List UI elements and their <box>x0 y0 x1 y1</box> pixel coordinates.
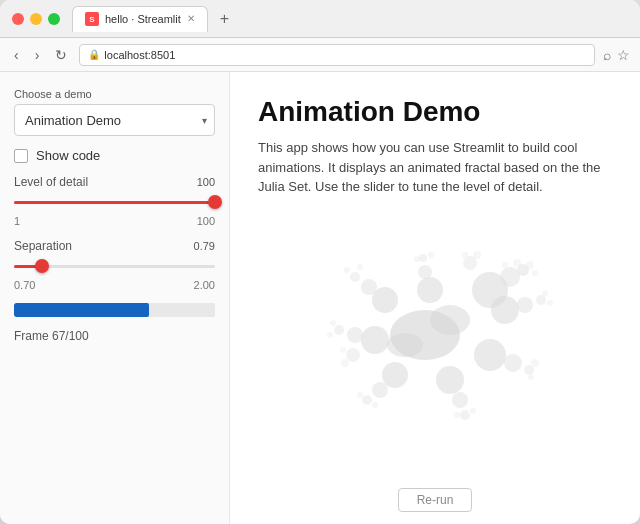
svg-point-22 <box>460 410 470 420</box>
show-code-checkbox[interactable] <box>14 149 28 163</box>
svg-point-28 <box>372 402 378 408</box>
browser-tab[interactable]: S hello · Streamlit ✕ <box>72 6 208 32</box>
svg-point-7 <box>513 259 521 267</box>
detail-slider-container[interactable] <box>14 193 215 211</box>
svg-point-16 <box>504 354 522 372</box>
svg-point-34 <box>327 332 333 338</box>
svg-point-9 <box>532 270 538 276</box>
separation-max-label: 2.00 <box>194 279 215 291</box>
lock-icon: 🔒 <box>88 49 100 60</box>
svg-point-24 <box>470 408 476 414</box>
separation-slider-container[interactable] <box>14 257 215 275</box>
svg-point-49 <box>341 359 349 367</box>
progress-bar-container <box>14 303 215 317</box>
maximize-traffic-light[interactable] <box>48 13 60 25</box>
separation-slider-range: 0.70 2.00 <box>14 279 215 291</box>
svg-point-43 <box>428 252 434 258</box>
main-content: Animation Demo This app shows how you ca… <box>230 72 640 480</box>
svg-point-37 <box>350 272 360 282</box>
search-icon[interactable]: ⌕ <box>603 47 611 63</box>
svg-point-23 <box>454 412 460 418</box>
svg-point-36 <box>361 279 377 295</box>
svg-point-30 <box>361 326 389 354</box>
svg-point-44 <box>414 256 420 262</box>
main-description: This app shows how you can use Streamlit… <box>258 138 612 197</box>
detail-max-label: 100 <box>197 215 215 227</box>
svg-point-40 <box>417 277 443 303</box>
detail-slider-track <box>14 201 215 204</box>
svg-point-21 <box>452 392 468 408</box>
svg-point-31 <box>347 327 363 343</box>
detail-slider-section: Level of detail 100 1 100 <box>14 175 215 227</box>
show-code-row: Show code <box>14 148 215 163</box>
detail-slider-thumb[interactable] <box>208 195 222 209</box>
separation-slider-track <box>14 265 215 268</box>
fractal-svg <box>295 215 575 435</box>
frame-label: Frame 67/100 <box>14 329 215 343</box>
svg-point-33 <box>330 320 336 326</box>
new-tab-button[interactable]: + <box>216 10 233 28</box>
tab-bar: S hello · Streamlit ✕ + <box>72 6 628 32</box>
sidebar: Choose a demo Animation DemoPlotting Dem… <box>0 72 230 524</box>
separation-value: 0.79 <box>194 240 215 252</box>
show-code-label: Show code <box>36 148 100 163</box>
separation-slider-label: Separation <box>14 239 72 253</box>
traffic-lights <box>12 13 60 25</box>
svg-point-50 <box>340 347 346 353</box>
svg-point-26 <box>372 382 388 398</box>
close-traffic-light[interactable] <box>12 13 24 25</box>
detail-slider-label: Level of detail <box>14 175 88 189</box>
svg-point-14 <box>547 300 553 306</box>
separation-slider-thumb[interactable] <box>35 259 49 273</box>
demo-select[interactable]: Animation DemoPlotting DemoMapping DemoD… <box>14 104 215 136</box>
tab-close-button[interactable]: ✕ <box>187 14 195 24</box>
choose-demo-label: Choose a demo <box>14 88 215 100</box>
svg-point-46 <box>473 251 481 259</box>
svg-point-38 <box>344 267 350 273</box>
svg-point-27 <box>362 395 372 405</box>
demo-select-wrapper: Animation DemoPlotting DemoMapping DemoD… <box>14 104 215 136</box>
fractal-visualization <box>258 215 612 435</box>
tab-favicon: S <box>85 12 99 26</box>
svg-point-20 <box>436 366 464 394</box>
choose-demo-section: Choose a demo Animation DemoPlotting Dem… <box>14 88 215 136</box>
back-button[interactable]: ‹ <box>10 45 23 65</box>
svg-point-41 <box>418 265 432 279</box>
rerun-button-area: Re-run <box>230 480 640 524</box>
separation-slider-section: Separation 0.79 0.70 2.00 <box>14 239 215 291</box>
minimize-traffic-light[interactable] <box>30 13 42 25</box>
forward-button[interactable]: › <box>31 45 44 65</box>
svg-point-10 <box>491 296 519 324</box>
svg-point-48 <box>346 348 360 362</box>
detail-value: 100 <box>197 176 215 188</box>
svg-point-29 <box>357 392 363 398</box>
separation-min-label: 0.70 <box>14 279 35 291</box>
url-text: localhost:8501 <box>104 49 175 61</box>
svg-point-25 <box>382 362 408 388</box>
page-title: Animation Demo <box>258 96 612 128</box>
svg-point-6 <box>526 261 534 269</box>
app-content: Choose a demo Animation DemoPlotting Dem… <box>0 72 640 524</box>
svg-point-39 <box>357 264 363 270</box>
svg-point-17 <box>524 365 534 375</box>
bookmark-icon[interactable]: ☆ <box>617 47 630 63</box>
svg-point-32 <box>334 325 344 335</box>
svg-point-13 <box>542 290 548 296</box>
detail-slider-range: 1 100 <box>14 215 215 227</box>
svg-point-8 <box>502 262 508 268</box>
svg-point-19 <box>528 374 534 380</box>
url-bar[interactable]: 🔒 localhost:8501 <box>79 44 595 66</box>
detail-min-label: 1 <box>14 215 20 227</box>
main-wrapper: Animation Demo This app shows how you ca… <box>230 72 640 524</box>
progress-bar-fill <box>14 303 149 317</box>
tab-label: hello · Streamlit <box>105 13 181 25</box>
svg-point-42 <box>419 254 427 262</box>
svg-point-47 <box>462 252 468 258</box>
refresh-button[interactable]: ↻ <box>51 45 71 65</box>
svg-point-15 <box>474 339 506 371</box>
address-bar: ‹ › ↻ 🔒 localhost:8501 ⌕ ☆ <box>0 38 640 72</box>
rerun-button[interactable]: Re-run <box>398 488 473 512</box>
title-bar: S hello · Streamlit ✕ + <box>0 0 640 38</box>
svg-point-18 <box>531 359 539 367</box>
svg-point-12 <box>536 295 546 305</box>
